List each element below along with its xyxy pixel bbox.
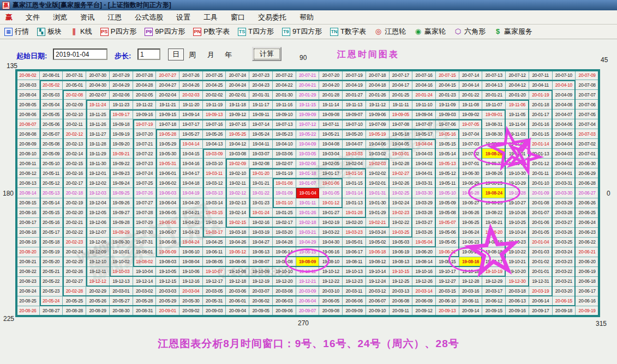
menu-item-3[interactable]: 资讯 [80, 13, 94, 22]
grid-cell: 19-03-31 [412, 178, 436, 188]
grid-cell: 20-07-10 [553, 70, 576, 80]
grid-cell: 20-09-10 [366, 306, 390, 316]
start-date-input[interactable] [53, 48, 107, 60]
grid-cell: 19-01-29 [366, 208, 390, 218]
grid-cell: 19-04-16 [179, 159, 203, 168]
grid-cell: 20-07-27 [156, 70, 179, 80]
toolbar-button-赢家服务[interactable]: $赢家服务 [494, 27, 532, 37]
period-month-toggle[interactable]: 月 [207, 50, 214, 60]
grid-cell: 20-03-18 [506, 287, 529, 296]
grid-cell: 19-11-08 [459, 100, 483, 110]
toolbar-label: 9T四方形 [292, 27, 322, 37]
grid-cell: 20-08-19 [16, 238, 40, 247]
toolbar-button-9T四方形[interactable]: T99T四方形 [282, 27, 322, 37]
toolbar-button-行情[interactable]: ▦行情 [4, 27, 29, 37]
grid-cell: 19-04-09 [296, 139, 320, 149]
toolbar-button-T四方形[interactable]: TST四方形 [238, 27, 274, 37]
grid-cell: 19-11-30 [86, 159, 110, 168]
period-day-toggle[interactable]: 日 [168, 48, 184, 60]
grid-cell: 20-06-18 [576, 277, 599, 287]
grid-cell: 19-01-14 [343, 188, 366, 198]
toolbar-button-江恩轮[interactable]: ◎江恩轮 [374, 27, 406, 37]
grid-cell: 20-05-17 [40, 228, 63, 238]
grid-cell: 19-11-24 [86, 100, 110, 110]
grid-cell: 19-10-16 [412, 267, 436, 277]
grid-cell: 20-04-14 [459, 80, 483, 90]
toolbar-button-板块[interactable]: ▚板块 [37, 27, 62, 37]
menu-item-8[interactable]: 窗口 [231, 13, 245, 22]
grid-cell: 19-11-05 [506, 110, 529, 119]
grid-cell: 19-10-17 [436, 267, 459, 277]
grid-cell: 20-04-02 [553, 159, 576, 168]
grid-cell: 19-09-11 [249, 110, 273, 119]
menu-item-7[interactable]: 工具 [203, 13, 218, 22]
grid-cell: 20-04-04 [553, 139, 576, 149]
grid-cell: 19-02-16 [249, 218, 273, 228]
grid-cell: 19-03-09 [203, 149, 226, 159]
angle-label-135: 135 [7, 62, 17, 70]
period-year-toggle[interactable]: 年 [225, 50, 232, 60]
menu-item-5[interactable]: 公式选股 [135, 13, 163, 22]
grid-cell: 19-07-14 [249, 119, 273, 129]
grid-cell: 19-12-30 [506, 277, 529, 287]
grid-cell: 19-07-18 [156, 119, 179, 129]
grid-cell: 20-05-16 [40, 218, 63, 228]
grid-cell: 20-03-27 [553, 218, 576, 228]
grid-cell: 19-04-23 [179, 228, 203, 238]
grid-cell: 20-01-23 [436, 90, 459, 100]
grid-cell: 20-03-07 [249, 287, 273, 296]
toolbar-button-P数字表[interactable]: PNP数字表 [193, 27, 230, 37]
calculate-button[interactable]: 计算 [252, 47, 281, 61]
toolbar-button-赢家轮[interactable]: ◉赢家轮 [414, 27, 446, 37]
menu-item-0[interactable]: 赢 [5, 13, 13, 22]
grid-cell: 19-03-26 [412, 228, 436, 238]
toolbar-button-K线[interactable]: ∥K线 [70, 27, 92, 37]
grid-cell: 19-12-02 [86, 178, 110, 188]
grid-cell: 19-12-18 [226, 277, 249, 287]
grid-cell: 19-10-11 [296, 267, 320, 277]
step-input[interactable] [137, 48, 160, 60]
grid-cell: 19-12-19 [249, 277, 273, 287]
menu-item-10[interactable]: 帮助 [299, 13, 314, 22]
grid-cell: 19-07-20 [133, 129, 157, 139]
grid-cell: 19-09-01 [482, 110, 506, 119]
grid-cell: 20-01-05 [529, 228, 553, 238]
grid-cell: 19-06-20 [412, 247, 436, 257]
grid-cell: 20-04-09 [553, 90, 576, 100]
grid-cell: 20-01-21 [482, 90, 506, 100]
grid-cell: 19-01-06 [319, 178, 343, 188]
grid-cell: 19-04-10 [273, 139, 296, 149]
period-week-toggle[interactable]: 周 [189, 50, 196, 60]
grid-cell: 19-06-30 [459, 168, 483, 178]
grid-cell: 19-06-08 [156, 238, 179, 247]
grid-cell: 19-09-05 [390, 110, 413, 119]
grid-cell: 19-09-19 [110, 129, 133, 139]
grid-cell: 19-03-05 [296, 149, 320, 159]
menu-item-2[interactable]: 浏览 [53, 13, 67, 22]
toolbar-button-六角形[interactable]: ⬡六角形 [454, 27, 486, 37]
toolbar-button-T数字表[interactable]: TNT数字表 [330, 27, 366, 37]
grid-cell: 19-11-06 [506, 100, 529, 110]
grid-cell: 20-08-21 [16, 257, 40, 267]
grid-cell: 19-11-28 [86, 139, 110, 149]
grid-cell: 20-08-14 [16, 188, 40, 198]
kline-icon: ∥ [70, 28, 78, 36]
grid-cell: 20-04-27 [156, 80, 179, 90]
grid-cell: 19-12-01 [86, 168, 110, 178]
grid-cell: 20-02-08 [63, 90, 86, 100]
grid-cell: 19-04-21 [179, 208, 203, 218]
grid-cell: 20-09-05 [249, 306, 273, 316]
grid-cell: 19-04-27 [249, 238, 273, 247]
menu-item-9[interactable]: 交易委托 [258, 13, 286, 22]
grid-cell: 20-01-30 [273, 90, 296, 100]
grid-cell: 20-01-14 [529, 139, 553, 149]
menu-item-1[interactable]: 文件 [26, 13, 40, 22]
toolbar-button-P四方形[interactable]: PSP四方形 [100, 27, 137, 37]
menu-item-6[interactable]: 设置 [176, 13, 190, 22]
grid-cell: 19-12-10 [86, 257, 110, 267]
grid-cell: 19-05-02 [366, 238, 390, 247]
grid-cell: 20-03-16 [459, 287, 483, 296]
grid-cell: 19-07-21 [133, 139, 157, 149]
toolbar-button-9P四方形[interactable]: P99P四方形 [145, 27, 185, 37]
menu-item-4[interactable]: 江恩 [107, 13, 122, 22]
